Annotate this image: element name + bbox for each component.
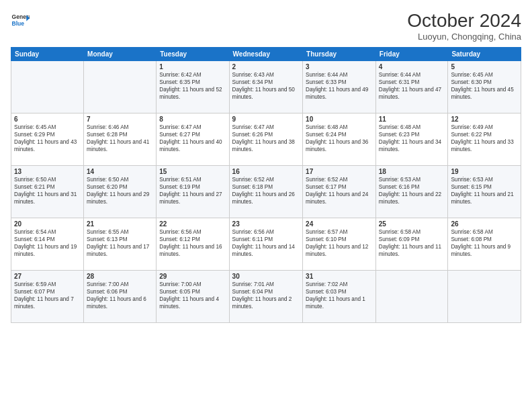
day-number: 8 (159, 116, 226, 123)
table-row: 30Sunrise: 7:01 AMSunset: 6:04 PMDayligh… (229, 270, 303, 322)
logo-icon: General Blue (11, 11, 30, 30)
table-row: 6Sunrise: 6:45 AMSunset: 6:29 PMDaylight… (11, 113, 84, 165)
day-info: Sunrise: 6:55 AMSunset: 6:13 PMDaylight:… (87, 228, 153, 258)
day-info: Sunrise: 7:02 AMSunset: 6:03 PMDaylight:… (306, 281, 373, 310)
day-info: Sunrise: 6:46 AMSunset: 6:28 PMDaylight:… (87, 124, 153, 153)
table-row: 15Sunrise: 6:51 AMSunset: 6:19 PMDayligh… (157, 165, 229, 218)
day-number: 4 (379, 63, 445, 71)
table-row (375, 270, 448, 322)
day-info: Sunrise: 7:00 AMSunset: 6:06 PMDaylight:… (87, 281, 153, 310)
day-info: Sunrise: 6:52 AMSunset: 6:18 PMDaylight:… (232, 176, 300, 205)
table-row: 28Sunrise: 7:00 AMSunset: 6:06 PMDayligh… (84, 270, 157, 322)
table-row: 18Sunrise: 6:53 AMSunset: 6:16 PMDayligh… (375, 165, 448, 218)
day-number: 24 (306, 220, 373, 228)
table-row: 23Sunrise: 6:56 AMSunset: 6:11 PMDayligh… (229, 218, 303, 270)
table-row (11, 60, 84, 113)
table-row: 2Sunrise: 6:43 AMSunset: 6:34 PMDaylight… (229, 60, 303, 113)
day-info: Sunrise: 6:48 AMSunset: 6:24 PMDaylight:… (306, 124, 373, 153)
table-row: 29Sunrise: 7:00 AMSunset: 6:05 PMDayligh… (157, 270, 229, 322)
day-info: Sunrise: 6:50 AMSunset: 6:21 PMDaylight:… (14, 176, 81, 205)
table-row: 19Sunrise: 6:53 AMSunset: 6:15 PMDayligh… (448, 165, 521, 218)
day-number: 31 (306, 273, 373, 280)
day-info: Sunrise: 6:42 AMSunset: 6:35 PMDaylight:… (159, 71, 226, 101)
day-number: 23 (232, 220, 300, 228)
calendar-title: October 2024 (407, 11, 521, 32)
day-number: 9 (232, 116, 300, 123)
table-row: 26Sunrise: 6:58 AMSunset: 6:08 PMDayligh… (448, 218, 521, 270)
day-info: Sunrise: 6:53 AMSunset: 6:15 PMDaylight:… (451, 176, 518, 205)
day-info: Sunrise: 6:45 AMSunset: 6:29 PMDaylight:… (14, 124, 81, 153)
day-number: 17 (306, 168, 373, 175)
table-row: 4Sunrise: 6:44 AMSunset: 6:31 PMDaylight… (375, 60, 448, 113)
day-number: 14 (87, 168, 153, 175)
day-number: 11 (379, 116, 445, 123)
table-row: 3Sunrise: 6:44 AMSunset: 6:33 PMDaylight… (303, 60, 376, 113)
table-row: 20Sunrise: 6:54 AMSunset: 6:14 PMDayligh… (11, 218, 84, 270)
page: General Blue General Blue October 2024 L… (0, 0, 532, 411)
table-row: 1Sunrise: 6:42 AMSunset: 6:35 PMDaylight… (157, 60, 229, 113)
table-row: 24Sunrise: 6:57 AMSunset: 6:10 PMDayligh… (303, 218, 376, 270)
day-info: Sunrise: 6:59 AMSunset: 6:07 PMDaylight:… (14, 281, 81, 310)
table-row: 17Sunrise: 6:52 AMSunset: 6:17 PMDayligh… (303, 165, 376, 218)
col-wednesday: Wednesday (229, 47, 303, 60)
day-number: 5 (451, 63, 518, 71)
header: General Blue General Blue October 2024 L… (11, 11, 521, 42)
day-number: 1 (159, 63, 226, 71)
table-row: 21Sunrise: 6:55 AMSunset: 6:13 PMDayligh… (84, 218, 157, 270)
table-row: 25Sunrise: 6:58 AMSunset: 6:09 PMDayligh… (375, 218, 448, 270)
day-info: Sunrise: 6:49 AMSunset: 6:22 PMDaylight:… (451, 124, 518, 153)
day-info: Sunrise: 7:01 AMSunset: 6:04 PMDaylight:… (232, 281, 300, 310)
day-number: 10 (306, 116, 373, 123)
table-row: 7Sunrise: 6:46 AMSunset: 6:28 PMDaylight… (84, 113, 157, 165)
calendar-week-1: 1Sunrise: 6:42 AMSunset: 6:35 PMDaylight… (11, 60, 521, 113)
table-row: 11Sunrise: 6:48 AMSunset: 6:23 PMDayligh… (375, 113, 448, 165)
day-info: Sunrise: 6:58 AMSunset: 6:09 PMDaylight:… (379, 228, 445, 258)
day-info: Sunrise: 6:54 AMSunset: 6:14 PMDaylight:… (14, 228, 81, 258)
table-row: 13Sunrise: 6:50 AMSunset: 6:21 PMDayligh… (11, 165, 84, 218)
table-row: 9Sunrise: 6:47 AMSunset: 6:26 PMDaylight… (229, 113, 303, 165)
logo: General Blue General Blue (11, 11, 30, 30)
col-monday: Monday (84, 47, 157, 60)
table-row: 5Sunrise: 6:45 AMSunset: 6:30 PMDaylight… (448, 60, 521, 113)
table-row: 31Sunrise: 7:02 AMSunset: 6:03 PMDayligh… (303, 270, 376, 322)
day-info: Sunrise: 6:53 AMSunset: 6:16 PMDaylight:… (379, 176, 445, 205)
header-row: Sunday Monday Tuesday Wednesday Thursday… (11, 47, 521, 60)
day-info: Sunrise: 6:43 AMSunset: 6:34 PMDaylight:… (232, 71, 300, 101)
table-row (448, 270, 521, 322)
calendar-week-4: 20Sunrise: 6:54 AMSunset: 6:14 PMDayligh… (11, 218, 521, 270)
day-info: Sunrise: 6:56 AMSunset: 6:12 PMDaylight:… (159, 228, 226, 258)
day-info: Sunrise: 6:45 AMSunset: 6:30 PMDaylight:… (451, 71, 518, 101)
day-number: 27 (14, 273, 81, 280)
calendar-table: Sunday Monday Tuesday Wednesday Thursday… (11, 47, 521, 323)
day-info: Sunrise: 6:56 AMSunset: 6:11 PMDaylight:… (232, 228, 300, 258)
col-saturday: Saturday (448, 47, 521, 60)
table-row: 16Sunrise: 6:52 AMSunset: 6:18 PMDayligh… (229, 165, 303, 218)
day-info: Sunrise: 6:48 AMSunset: 6:23 PMDaylight:… (379, 124, 445, 153)
table-row: 22Sunrise: 6:56 AMSunset: 6:12 PMDayligh… (157, 218, 229, 270)
day-number: 15 (159, 168, 226, 175)
day-number: 30 (232, 273, 300, 280)
day-info: Sunrise: 6:44 AMSunset: 6:31 PMDaylight:… (379, 71, 445, 101)
col-tuesday: Tuesday (157, 47, 229, 60)
day-info: Sunrise: 6:57 AMSunset: 6:10 PMDaylight:… (306, 228, 373, 258)
day-info: Sunrise: 6:44 AMSunset: 6:33 PMDaylight:… (306, 71, 373, 101)
day-number: 7 (87, 116, 153, 123)
calendar-week-2: 6Sunrise: 6:45 AMSunset: 6:29 PMDaylight… (11, 113, 521, 165)
day-number: 26 (451, 220, 518, 228)
day-number: 19 (451, 168, 518, 175)
day-number: 16 (232, 168, 300, 175)
table-row: 27Sunrise: 6:59 AMSunset: 6:07 PMDayligh… (11, 270, 84, 322)
day-number: 21 (87, 220, 153, 228)
day-number: 12 (451, 116, 518, 123)
calendar-week-5: 27Sunrise: 6:59 AMSunset: 6:07 PMDayligh… (11, 270, 521, 322)
day-number: 6 (14, 116, 81, 123)
table-row: 10Sunrise: 6:48 AMSunset: 6:24 PMDayligh… (303, 113, 376, 165)
day-info: Sunrise: 6:58 AMSunset: 6:08 PMDaylight:… (451, 228, 518, 258)
col-friday: Friday (375, 47, 448, 60)
table-row: 8Sunrise: 6:47 AMSunset: 6:27 PMDaylight… (157, 113, 229, 165)
day-number: 22 (159, 220, 226, 228)
day-info: Sunrise: 6:51 AMSunset: 6:19 PMDaylight:… (159, 176, 226, 205)
day-info: Sunrise: 6:47 AMSunset: 6:27 PMDaylight:… (159, 124, 226, 153)
day-number: 3 (306, 63, 373, 71)
table-row: 14Sunrise: 6:50 AMSunset: 6:20 PMDayligh… (84, 165, 157, 218)
